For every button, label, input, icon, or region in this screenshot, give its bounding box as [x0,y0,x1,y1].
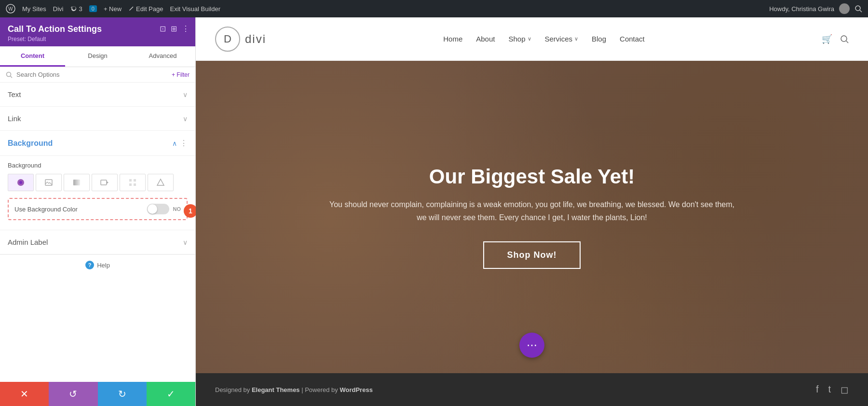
section-link-label: Link [8,114,21,123]
admin-edit-page[interactable]: Edit Page [128,5,163,13]
nav-blog[interactable]: Blog [592,35,606,43]
svg-marker-11 [107,181,108,184]
panel-grid-icon[interactable]: ⊞ [171,24,177,33]
nav-icons: 🛒 [822,34,849,44]
user-avatar [839,3,850,14]
cancel-button[interactable]: ✕ [0,382,49,406]
svg-marker-16 [157,179,164,185]
left-panel: ⊡ ⊞ ⋮ Call To Action Settings Preset: De… [0,17,196,406]
svg-rect-13 [134,179,136,182]
panel-bottom-buttons: ✕ ↺ ↻ ✓ [0,382,195,406]
wp-logo-icon[interactable]: W [6,4,15,14]
svg-point-17 [841,36,847,42]
toggle-state-label: NO [173,206,181,212]
admin-label-chevron-icon: ∨ [183,238,188,246]
bg-gradient-icon[interactable] [64,174,90,191]
logo-d: D [224,33,231,45]
facebook-icon[interactable]: f [816,384,819,395]
logo-text: divi [245,32,266,46]
nav-search-icon[interactable] [840,35,849,43]
save-button[interactable]: ✓ [147,382,195,406]
redo-button[interactable]: ↻ [98,382,147,406]
svg-text:W: W [8,6,13,12]
bg-sub-label: Background [8,162,188,169]
svg-point-2 [855,6,860,11]
section-text[interactable]: Text ∨ [0,83,195,107]
admin-comment-bubble[interactable]: 0 [89,5,97,12]
svg-rect-10 [101,180,107,185]
nav-contact[interactable]: Contact [620,35,645,43]
hero-subtitle: You should never complain, complaining i… [325,198,739,224]
svg-rect-15 [134,183,136,186]
background-chevron-icon: ∧ [172,140,177,147]
bg-pattern-icon[interactable] [120,174,146,191]
tab-content[interactable]: Content [0,46,65,67]
tab-design[interactable]: Design [65,46,130,67]
hero-cta-button[interactable]: Shop Now! [483,241,581,269]
text-chevron-icon: ∨ [183,91,188,98]
background-section-content: Background [0,156,195,230]
footer-text: Designed by Elegant Themes | Powered by … [215,386,373,393]
twitter-icon[interactable]: t [828,384,831,395]
bg-color-icon[interactable] [8,174,34,191]
undo-button[interactable]: ↺ [49,382,97,406]
help-icon: ? [85,261,94,269]
svg-line-18 [846,41,848,43]
svg-rect-9 [73,180,80,185]
nav-services[interactable]: Services ∨ [545,35,579,43]
badge-number-1: 1 [184,204,197,218]
svg-rect-12 [129,179,132,182]
nav-home[interactable]: Home [443,35,462,43]
svg-line-5 [11,76,13,78]
hero-content: Our Biggest Sale Yet! You should never c… [315,146,749,288]
cart-icon[interactable]: 🛒 [822,34,832,44]
site-footer: Designed by Elegant Themes | Powered by … [196,373,868,406]
search-options-icon [6,71,13,78]
nav-about[interactable]: About [476,35,495,43]
fab-dots-icon: ⋯ [527,339,537,351]
background-more-icon[interactable]: ⋮ [180,139,188,148]
panel-more-icon[interactable]: ⋮ [182,24,190,33]
hero-title: Our Biggest Sale Yet! [325,165,739,188]
services-chevron-icon: ∨ [574,36,578,42]
admin-count: 3 [79,5,82,13]
svg-rect-14 [129,183,132,186]
section-background[interactable]: Background ∧ ⋮ [0,131,195,156]
admin-divi[interactable]: Divi [53,5,64,13]
footer-social-icons: f t ◻ [816,384,849,395]
refresh-icon [70,5,77,12]
site-logo: D divi [215,27,266,52]
svg-line-3 [860,10,862,12]
panel-minimize-icon[interactable]: ⊡ [160,24,166,33]
admin-exit-builder[interactable]: Exit Visual Builder [170,5,220,13]
preview-area: D divi Home About Shop ∨ Services ∨ Blog… [196,17,868,406]
link-chevron-icon: ∨ [183,115,188,123]
bg-video-icon[interactable] [92,174,118,191]
bg-mask-icon[interactable] [148,174,174,191]
logo-circle: D [215,27,240,52]
section-background-label: Background [8,139,53,148]
admin-new[interactable]: + New [104,5,122,13]
bg-image-icon[interactable] [36,174,62,191]
nav-shop[interactable]: Shop ∨ [508,35,531,43]
help-row[interactable]: ? Help [0,254,195,275]
instagram-icon[interactable]: ◻ [841,384,849,395]
shop-chevron-icon: ∨ [528,36,531,42]
admin-my-sites[interactable]: My Sites [22,5,46,13]
panel-preset[interactable]: Preset: Default [8,36,188,42]
site-header: D divi Home About Shop ∨ Services ∨ Blog… [196,17,868,61]
svg-point-4 [7,72,11,76]
tab-advanced[interactable]: Advanced [130,46,195,67]
svg-rect-8 [45,180,52,185]
admin-howdy: Howdy, Christina Gwira [769,5,834,13]
search-icon[interactable] [854,5,862,13]
search-options-input[interactable] [16,71,168,78]
admin-bar: W My Sites Divi 3 0 + New Edit Page Exit… [0,0,868,17]
use-bg-color-toggle[interactable] [147,204,169,214]
pencil-icon [128,6,134,12]
section-link[interactable]: Link ∨ [0,107,195,131]
filter-button[interactable]: + Filter [172,71,190,78]
admin-label-text: Admin Label [8,238,48,246]
floating-action-button[interactable]: ⋯ [519,333,544,358]
section-admin-label[interactable]: Admin Label ∨ [0,230,195,254]
